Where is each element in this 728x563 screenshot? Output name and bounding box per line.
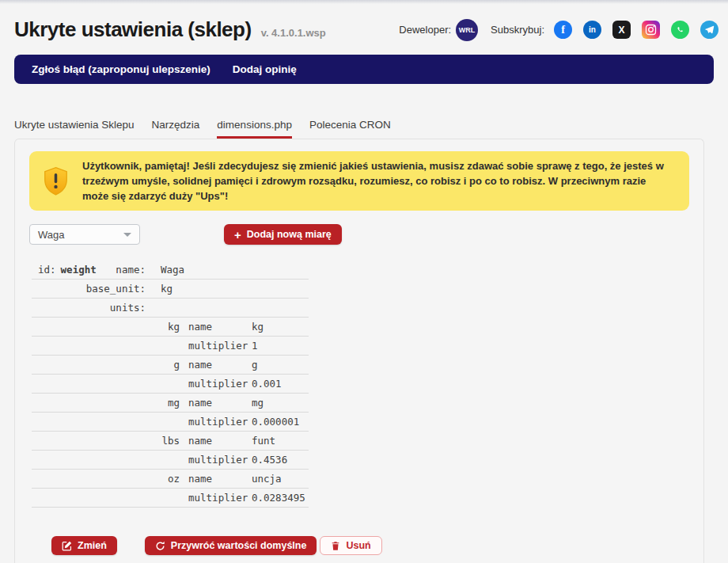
unit-multiplier-row: multiplier 0.4536 (32, 451, 309, 470)
unit-multiplier-value: 0.0283495 (252, 492, 309, 504)
restore-defaults-button[interactable]: Przywróć wartości domyślne (145, 536, 317, 555)
x-twitter-icon[interactable]: X (612, 21, 631, 39)
unit-key: oz (38, 473, 180, 485)
content-card: Użytkownik, pamiętaj! Jeśli zdecydujesz … (14, 139, 704, 563)
add-measure-button[interactable]: + Dodaj nową miarę (224, 224, 342, 245)
unit-multiplier-row: multiplier 0.0283495 (32, 489, 309, 508)
unit-key: kg (38, 321, 180, 333)
name-value: Waga (146, 264, 309, 276)
tab-dimensions-php[interactable]: dimensions.php (217, 119, 292, 139)
social-links: f in X (554, 21, 720, 39)
tab-bar: Ukryte ustawienia Sklepu Narzędzia dimen… (14, 119, 714, 139)
refresh-icon (155, 541, 165, 551)
header-right: Deweloper: WRL Subskrybuj: f in X (399, 19, 720, 41)
measure-table: id:weight name: Waga base_unit: kg units… (32, 261, 309, 508)
name-label: name: (116, 264, 146, 276)
unit-multiplier-value: 0.001 (252, 378, 309, 390)
warning-banner: Użytkownik, pamiętaj! Jeśli zdecydujesz … (29, 151, 689, 211)
unit-name-row: lbs name funt (32, 432, 309, 451)
subscribe-label: Subskrybuj: (491, 24, 544, 36)
unit-multiplier-row: multiplier 1 (32, 337, 309, 356)
delete-button[interactable]: Usuń (320, 536, 381, 555)
unit-name-value: mg (252, 397, 309, 409)
unit-multiplier-label: multiplier (180, 454, 252, 466)
whatsapp-icon[interactable] (671, 21, 689, 39)
unit-name-label: name (180, 397, 252, 409)
version-label: v. 4.1.0.1.wsp (261, 21, 326, 39)
trash-icon (331, 541, 340, 551)
units-label: units: (38, 302, 146, 314)
unit-name-label: name (180, 321, 252, 333)
unit-name-value: g (252, 359, 309, 371)
measure-select[interactable]: Waga (29, 224, 140, 245)
add-review-link[interactable]: Dodaj opinię (233, 63, 297, 75)
unit-name-label: name (180, 473, 252, 485)
unit-name-row: mg name mg (32, 394, 309, 413)
id-field: id:weight (38, 264, 97, 276)
unit-name-row: g name g (32, 356, 309, 375)
plus-icon: + (234, 229, 241, 241)
unit-name-value: uncja (252, 473, 309, 485)
warning-shield-icon (43, 166, 69, 196)
unit-multiplier-label: multiplier (180, 340, 252, 352)
unit-multiplier-value: 0.000001 (252, 416, 309, 428)
unit-multiplier-label: multiplier (180, 492, 252, 504)
unit-name-label: name (180, 359, 252, 371)
id-value: weight (61, 264, 97, 276)
action-bar: Zgłoś błąd (zaproponuj ulepszenie) Dodaj… (14, 55, 714, 84)
warning-text: Użytkownik, pamiętaj! Jeśli zdecydujesz … (82, 158, 669, 204)
unit-multiplier-label: multiplier (180, 416, 252, 428)
unit-multiplier-value: 0.4536 (252, 454, 309, 466)
tab-tools[interactable]: Narzędzia (152, 119, 200, 139)
action-buttons: Zmień Przywróć wartości domyślne Usuń (51, 536, 689, 555)
units-container: kg name kg multiplier 1 g name g multipl… (32, 318, 309, 508)
unit-multiplier-label: multiplier (180, 378, 252, 390)
table-row-base-unit: base_unit: kg (32, 280, 309, 299)
base-unit-label: base_unit: (38, 283, 146, 295)
base-unit-value: kg (146, 283, 309, 295)
chevron-down-icon (123, 233, 131, 237)
unit-name-row: kg name kg (32, 318, 309, 337)
page-title: Ukryte ustawienia (sklep) (14, 17, 252, 42)
unit-multiplier-row: multiplier 0.000001 (32, 413, 309, 432)
facebook-icon[interactable]: f (554, 21, 572, 39)
linkedin-icon[interactable]: in (583, 21, 601, 39)
app-header: Ukryte ustawienia (sklep) v. 4.1.0.1.wsp… (0, 4, 728, 48)
toolbar: Waga + Dodaj nową miarę (29, 224, 689, 245)
unit-name-value: kg (252, 321, 309, 333)
unit-key: g (38, 359, 180, 371)
developer-badge[interactable]: WRL (456, 19, 478, 41)
change-button[interactable]: Zmień (51, 536, 117, 555)
tab-cron-commands[interactable]: Polecenia CRON (309, 119, 391, 139)
report-bug-link[interactable]: Zgłoś błąd (zaproponuj ulepszenie) (32, 63, 210, 75)
unit-multiplier-row: multiplier 0.001 (32, 375, 309, 394)
unit-key: mg (38, 397, 180, 409)
instagram-icon[interactable] (642, 21, 660, 39)
developer-label: Deweloper: (399, 24, 451, 36)
unit-name-label: name (180, 435, 252, 447)
table-row-units-header: units: (32, 299, 309, 318)
unit-key: lbs (38, 435, 180, 447)
measure-select-value: Waga (38, 229, 64, 241)
tab-hidden-settings[interactable]: Ukryte ustawienia Sklepu (14, 119, 135, 139)
unit-name-value: funt (252, 435, 309, 447)
table-row-id-name: id:weight name: Waga (32, 261, 309, 280)
edit-icon (62, 541, 72, 551)
unit-name-row: oz name uncja (32, 470, 309, 489)
unit-multiplier-value: 1 (252, 340, 309, 352)
telegram-icon[interactable] (700, 21, 719, 39)
